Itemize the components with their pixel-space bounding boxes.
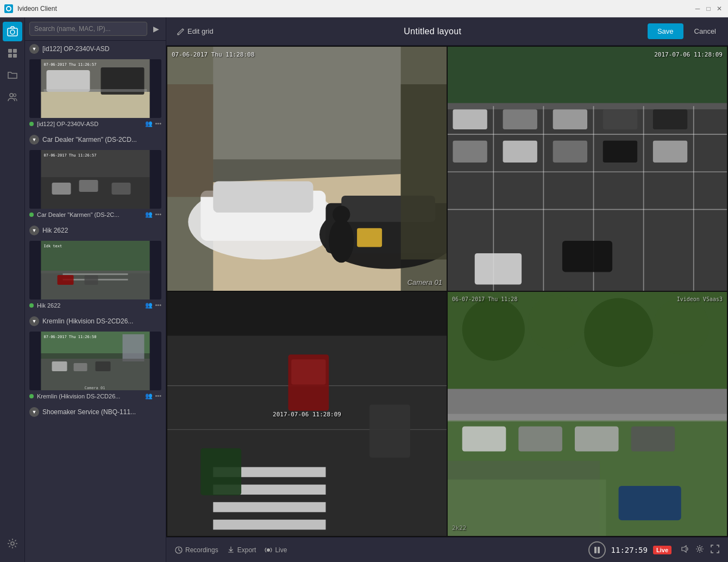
video-cell-1[interactable]: 07-06-2017 Thu 11:28:08 Camera 01 xyxy=(167,47,447,291)
svg-point-3 xyxy=(10,30,15,34)
server-header-4[interactable]: ▼ Kremlin (Hikvision DS-2CD26... xyxy=(25,313,166,329)
svg-text:07-06-2017 Thu 11:26:57: 07-06-2017 Thu 11:26:57 xyxy=(44,63,97,67)
recordings-button[interactable]: Recordings xyxy=(175,546,218,554)
svg-rect-110 xyxy=(228,552,234,553)
svg-point-53 xyxy=(329,219,354,263)
more-icon-2[interactable]: ••• xyxy=(155,211,161,218)
recordings-label: Recordings xyxy=(185,546,218,554)
svg-rect-104 xyxy=(518,427,562,452)
status-bar-center: 11:27:59 Live xyxy=(588,541,671,559)
svg-point-96 xyxy=(462,298,525,361)
camera-thumb-4[interactable]: 07-06-2017 Thu 11:26:50 Camera 01 xyxy=(29,332,161,390)
server-name-1: [id122] OP-2340V-ASD xyxy=(42,45,109,53)
svg-rect-14 xyxy=(47,70,90,92)
video-grid-label2-4: 2k22 xyxy=(452,524,467,532)
users-icon xyxy=(7,91,18,102)
more-icon-3[interactable]: ••• xyxy=(155,302,161,309)
recordings-icon xyxy=(175,546,183,554)
pause-button[interactable] xyxy=(588,541,606,559)
collapse-icon-1: ▼ xyxy=(29,44,39,54)
app-title: Ivideon Client xyxy=(17,5,689,13)
svg-rect-23 xyxy=(112,183,131,195)
sidebar-grid-button[interactable] xyxy=(3,43,22,63)
svg-rect-31 xyxy=(85,275,98,285)
svg-rect-22 xyxy=(79,180,98,192)
camera-thumb-3[interactable]: Idk text xyxy=(29,241,161,299)
sidebar-camera-button[interactable] xyxy=(3,22,22,41)
camera-thumbnail-svg-3: Idk text xyxy=(29,241,161,299)
server-header-1[interactable]: ▼ [id122] OP-2340V-ASD xyxy=(25,41,166,57)
save-button[interactable]: Save xyxy=(648,23,683,39)
svg-rect-16 xyxy=(44,89,147,92)
close-button[interactable]: ✕ xyxy=(715,4,724,13)
svg-point-99 xyxy=(653,298,710,355)
sidebar-users-button[interactable] xyxy=(3,87,22,107)
svg-text:07-06-2017 Thu 11:26:57: 07-06-2017 Thu 11:26:57 xyxy=(44,153,97,158)
status-bar-right xyxy=(680,545,719,555)
server-name-2: Car Dealer "Karmen" (DS-2CD... xyxy=(42,136,137,143)
server-header-2[interactable]: ▼ Car Dealer "Karmen" (DS-2CD... xyxy=(25,132,166,148)
server-header-3[interactable]: ▼ Hik 2622 xyxy=(25,222,166,239)
cancel-button[interactable]: Cancel xyxy=(689,23,721,39)
maximize-button[interactable]: □ xyxy=(704,4,713,13)
window-controls: ─ □ ✕ xyxy=(693,4,724,13)
export-button[interactable]: Export xyxy=(227,546,256,554)
video-timestamp-2: 2017-07-06 11:28:09 xyxy=(654,51,723,58)
svg-point-8 xyxy=(10,93,13,97)
server-header-5[interactable]: ▼ Shoemaker Service (NBQ-111... xyxy=(25,404,166,420)
svg-rect-108 xyxy=(448,479,606,536)
svg-rect-49 xyxy=(213,182,313,213)
video-cell-4[interactable]: 06-07-2017 Thu 11:28 Ivideon VSaas3 2k22 xyxy=(448,292,727,536)
sidebar-settings-button[interactable] xyxy=(3,534,22,553)
status-bar: Recordings Export Live xyxy=(166,537,728,562)
collapse-icon-5: ▼ xyxy=(29,407,39,417)
svg-rect-57 xyxy=(357,228,382,247)
video-feed-4 xyxy=(448,292,727,536)
more-icon-4[interactable]: ••• xyxy=(155,392,161,399)
svg-rect-38 xyxy=(74,363,87,371)
video-cell-3[interactable]: 2017-07-06 11:28:09 xyxy=(167,292,447,536)
video-cam-label-1: Camera 01 xyxy=(407,278,442,286)
svg-rect-93 xyxy=(200,448,241,495)
volume-icon[interactable] xyxy=(680,545,689,555)
svg-rect-5 xyxy=(13,49,17,53)
camera-thumb-1[interactable]: 07-06-2017 Thu 11:26:57 xyxy=(29,59,161,118)
search-input[interactable] xyxy=(29,22,147,36)
more-icon-1[interactable]: ••• xyxy=(155,120,161,127)
settings-status-icon[interactable] xyxy=(695,545,704,555)
status-dot-3 xyxy=(29,303,34,308)
edit-grid-button[interactable]: Edit grid xyxy=(173,25,218,38)
camera-label-icons-2: 👥 ••• xyxy=(145,211,161,218)
svg-rect-70 xyxy=(503,109,537,129)
svg-rect-105 xyxy=(575,427,619,452)
live-button[interactable]: Live xyxy=(265,546,287,554)
title-bar: Ivideon Client ─ □ ✕ xyxy=(0,0,728,17)
svg-rect-83 xyxy=(167,292,447,336)
svg-rect-80 xyxy=(475,253,522,285)
svg-point-98 xyxy=(584,298,653,367)
pencil-icon xyxy=(177,28,185,35)
svg-point-54 xyxy=(332,205,350,223)
camera-thumb-2[interactable]: 07-06-2017 Thu 11:26:57 xyxy=(29,150,161,209)
svg-rect-21 xyxy=(52,183,71,195)
svg-rect-13 xyxy=(41,92,150,118)
sidebar-folder-button[interactable] xyxy=(3,65,22,85)
collapse-icon-3: ▼ xyxy=(29,226,39,235)
svg-rect-78 xyxy=(653,141,687,163)
minimize-button[interactable]: ─ xyxy=(693,4,702,13)
video-cell-2[interactable]: 2017-07-06 11:28:09 xyxy=(448,47,727,291)
svg-point-1 xyxy=(7,7,10,10)
svg-rect-87 xyxy=(213,520,325,529)
server-group-2: ▼ Car Dealer "Karmen" (DS-2CD... xyxy=(25,132,166,222)
video-feed-2 xyxy=(448,47,727,291)
panel-toggle-button[interactable]: ▶ xyxy=(150,23,161,34)
edit-grid-label: Edit grid xyxy=(187,27,214,35)
svg-rect-102 xyxy=(619,486,681,520)
fullscreen-icon[interactable] xyxy=(711,545,719,555)
settings-icon xyxy=(7,538,18,549)
server-group-3: ▼ Hik 2622 xyxy=(25,222,166,313)
share-icon-3: 👥 xyxy=(145,302,153,309)
export-icon xyxy=(227,546,235,554)
camera-thumb-item-2: 07-06-2017 Thu 11:26:57 Car Dealer "Karm… xyxy=(25,148,166,222)
server-group-1: ▼ [id122] OP-2340V-ASD xyxy=(25,41,166,132)
